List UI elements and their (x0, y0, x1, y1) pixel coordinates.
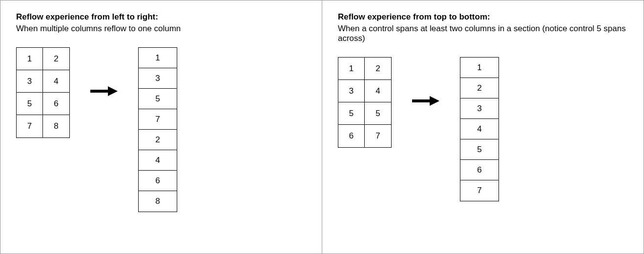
svg-marker-1 (108, 86, 118, 96)
column-cell: 1 (139, 48, 177, 68)
column-cell: 5 (139, 89, 177, 109)
column-cell: 6 (139, 171, 177, 191)
left-heading: Reflow experience from left to right: (16, 12, 306, 22)
right-subheading: When a control spans at least two column… (338, 24, 628, 43)
right-panel: Reflow experience from top to bottom: Wh… (322, 0, 644, 254)
left-subheading: When multiple columns reflow to one colu… (16, 24, 306, 34)
column-cell: 4 (460, 119, 499, 139)
grid-cell: 1 (338, 58, 365, 80)
column-cell: 1 (460, 58, 499, 78)
svg-marker-3 (430, 96, 439, 106)
column-cell: 3 (139, 68, 177, 89)
grid-cell: 7 (365, 125, 391, 147)
grid-cell: 7 (17, 115, 43, 137)
arrow-icon (411, 57, 440, 145)
grid-cell: 3 (338, 80, 365, 102)
grid-cell: 6 (43, 93, 69, 115)
grid-cell: 4 (43, 70, 69, 93)
arrow-icon (89, 47, 119, 135)
column-cell: 2 (460, 78, 499, 98)
left-panel: Reflow experience from left to right: Wh… (0, 0, 322, 254)
column-cell: 7 (139, 109, 177, 130)
left-diagram: 1 2 3 4 5 6 7 8 (16, 47, 306, 212)
grid-cell: 2 (43, 48, 69, 70)
grid-cell: 5 (338, 102, 365, 125)
column-cell: 2 (139, 130, 177, 150)
column-cell: 5 (460, 139, 499, 160)
right-column-after: 1 2 3 4 5 6 7 (460, 57, 499, 201)
grid-cell: 3 (17, 70, 43, 93)
grid-cell: 2 (365, 58, 391, 80)
diagram-frame: Reflow experience from left to right: Wh… (0, 0, 644, 254)
left-column-after: 1 3 5 7 2 4 6 8 (138, 47, 177, 212)
column-cell: 4 (139, 150, 177, 171)
grid-cell: 8 (43, 115, 69, 137)
grid-cell: 1 (17, 48, 43, 70)
right-grid-before: 1 2 3 4 5 5 6 7 (338, 57, 392, 148)
column-cell: 7 (460, 180, 499, 201)
grid-cell: 5 (365, 102, 391, 125)
grid-cell: 5 (17, 93, 43, 115)
grid-cell: 4 (365, 80, 391, 102)
column-cell: 8 (139, 191, 177, 212)
grid-cell: 6 (338, 125, 365, 147)
column-cell: 6 (460, 160, 499, 180)
left-grid-before: 1 2 3 4 5 6 7 8 (16, 47, 70, 138)
column-cell: 3 (460, 98, 499, 119)
right-diagram: 1 2 3 4 5 5 6 7 (338, 57, 628, 201)
right-heading: Reflow experience from top to bottom: (338, 12, 628, 22)
